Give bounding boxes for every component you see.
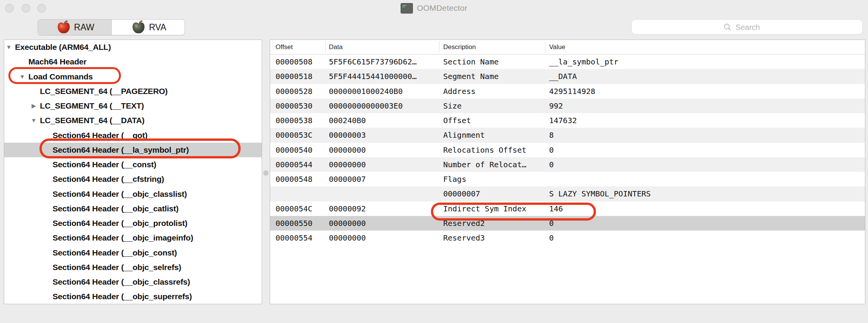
table-row[interactable]: 0000053000000000000003E0Size992 (270, 99, 865, 113)
sidebar-item-label: Section64 Header (__objc_classlist) (53, 190, 187, 198)
sidebar-item[interactable]: Section64 Header (__objc_superrefs) (4, 289, 262, 304)
table-row[interactable]: 0000054C00000092Indirect Sym Index146 (270, 201, 865, 216)
table-row[interactable]: 00000538000240B0Offset147632 (270, 113, 865, 128)
cell-offset: 00000538 (276, 113, 312, 128)
sidebar-item[interactable]: ▼Executable (ARM64_ALL) (4, 40, 262, 54)
cell-description: Indirect Sym Index (443, 201, 526, 216)
search-field (631, 19, 863, 35)
table-row[interactable]: 0000055400000000Reserved30 (270, 231, 865, 245)
title-bar: OOMDetector (0, 2, 868, 14)
table-row[interactable]: 0000054800000007Flags (270, 172, 865, 186)
cell-value: __la_symbol_ptr (549, 54, 619, 69)
sidebar-item[interactable]: ▶LC_SEGMENT_64 (__TEXT) (4, 99, 262, 113)
sidebar-item-label: Section64 Header (__cfstring) (53, 175, 164, 183)
cell-description: Offset (443, 113, 471, 128)
executable-document-icon (401, 3, 413, 13)
cell-description: Alignment (443, 128, 485, 142)
sidebar-item[interactable]: Section64 Header (__objc_classlist) (4, 187, 262, 201)
cell-value: 146 (549, 201, 563, 216)
sidebar-item[interactable]: ▼LC_SEGMENT_64 (__DATA) (4, 113, 262, 128)
sidebar-item-label: LC_SEGMENT_64 (__PAGEZERO) (40, 87, 168, 96)
sidebar-item[interactable]: Section64 Header (__objc_protolist) (4, 216, 262, 231)
sidebar-item-label: Executable (ARM64_ALL) (15, 43, 111, 51)
sidebar-item[interactable]: Section64 Header (__cfstring) (4, 172, 262, 186)
cell-description: Size (443, 99, 462, 113)
sidebar-item[interactable]: Mach64 Header (4, 54, 262, 69)
table-row[interactable]: 0000053C00000003Alignment8 (270, 128, 865, 142)
detail-table-panel: Offset Data Description Value 000005085F… (270, 40, 865, 304)
structure-tree-panel: ▼Executable (ARM64_ALL)Mach64 Header▼Loa… (4, 40, 262, 304)
cell-value: 0 (549, 157, 554, 172)
cell-data: 00000000 (329, 143, 366, 157)
cell-description: Section Name (443, 54, 499, 69)
cell-description: Number of Relocat… (443, 157, 526, 172)
cell-value: S LAZY SYMBOL_POINTERS (549, 186, 651, 201)
cell-description: 00000007 (443, 186, 480, 201)
column-divider[interactable] (325, 41, 326, 53)
column-header-description[interactable]: Description (443, 40, 476, 54)
sidebar-item[interactable]: LC_SEGMENT_64 (__PAGEZERO) (4, 84, 262, 99)
sidebar-item-label: Section64 Header (__objc_superrefs) (53, 292, 192, 301)
table-row[interactable]: 0000055000000000Reserved20 (270, 216, 865, 231)
sidebar-item-label: Section64 Header (__objc_imageinfo) (53, 233, 193, 242)
table-row[interactable]: 0000052800000001000240B0Address429511492… (270, 84, 865, 99)
cell-value: 992 (549, 99, 563, 113)
cell-data: 5F5F44415441000000… (329, 69, 417, 84)
column-header-value[interactable]: Value (549, 40, 565, 54)
sidebar-item[interactable]: Section64 Header (__got) (4, 128, 262, 143)
green-apple-icon (130, 20, 147, 35)
sidebar-item[interactable]: Section64 Header (__objc_classrefs) (4, 275, 262, 289)
disclosure-collapsed-icon[interactable]: ▶ (30, 99, 38, 113)
column-header-offset[interactable]: Offset (276, 40, 293, 54)
segment-rva[interactable]: RVA (111, 20, 185, 35)
cell-data: 00000007 (329, 172, 366, 186)
disclosure-expanded-icon[interactable]: ▼ (18, 69, 26, 84)
cell-value: 0 (549, 216, 554, 231)
cell-data: 00000003 (329, 128, 366, 142)
sidebar-item[interactable]: Section64 Header (__objc_catlist) (4, 201, 262, 216)
segment-raw[interactable]: RAW (38, 20, 111, 35)
sidebar-item-label: Section64 Header (__objc_protolist) (53, 219, 187, 227)
splitter-handle[interactable] (263, 170, 269, 176)
cell-description: Reserved2 (443, 216, 485, 231)
sidebar-item[interactable]: Section64 Header (__objc_imageinfo) (4, 231, 262, 245)
cell-description: Address (443, 84, 475, 99)
table-row[interactable]: 0000054000000000Relocations Offset0 (270, 143, 865, 157)
sidebar-item[interactable]: Section64 Header (__objc_selrefs) (4, 260, 262, 275)
sidebar-item[interactable]: Section64 Header (__la_symbol_ptr) (4, 143, 262, 157)
cell-value: __DATA (549, 69, 577, 84)
table-row[interactable]: 000005085F5F6C615F73796D62…Section Name_… (270, 54, 865, 69)
cell-description: Flags (443, 172, 466, 186)
cell-data: 00000001000240B0 (329, 84, 403, 99)
sidebar-item[interactable]: ▼Load Commands (4, 69, 262, 84)
cell-data: 00000000000003E0 (329, 99, 403, 113)
sidebar-item-label: Section64 Header (__objc_const) (53, 248, 177, 257)
cell-description: Relocations Offset (443, 143, 526, 157)
column-divider[interactable] (545, 41, 545, 53)
table-row[interactable]: 00000007S LAZY SYMBOL_POINTERS (270, 186, 865, 201)
cell-offset: 00000518 (276, 69, 312, 84)
raw-rva-segmented-control: RAW RVA (38, 19, 185, 35)
cell-value: 8 (549, 128, 554, 142)
disclosure-expanded-icon[interactable]: ▼ (30, 113, 38, 128)
sidebar-item-label: Section64 Header (__objc_classrefs) (53, 277, 190, 286)
sidebar-item[interactable]: Section64 Header (__objc_const) (4, 246, 262, 260)
cell-value: 147632 (549, 113, 577, 128)
cell-data: 00000000 (329, 216, 366, 231)
column-header-data[interactable]: Data (329, 40, 343, 54)
cell-offset: 0000053C (276, 128, 312, 142)
sidebar-item-label: LC_SEGMENT_64 (__DATA) (40, 116, 145, 125)
table-row[interactable]: 0000054400000000Number of Relocat…0 (270, 157, 865, 172)
search-input[interactable] (632, 20, 864, 35)
sidebar-item-label: Section64 Header (__const) (53, 160, 156, 169)
window-title: OOMDetector (417, 3, 467, 13)
cell-offset: 00000530 (276, 99, 312, 113)
disclosure-expanded-icon[interactable]: ▼ (5, 40, 13, 54)
table-row[interactable]: 000005185F5F44415441000000…Segment Name_… (270, 69, 865, 84)
cell-offset: 00000540 (276, 143, 312, 157)
column-divider[interactable] (439, 41, 439, 53)
sidebar-item[interactable]: Section64 Header (__const) (4, 157, 262, 172)
cell-value: 4295114928 (549, 84, 595, 99)
sidebar-item-label: Section64 Header (__objc_selrefs) (53, 263, 181, 272)
table-header-row: Offset Data Description Value (270, 40, 865, 54)
